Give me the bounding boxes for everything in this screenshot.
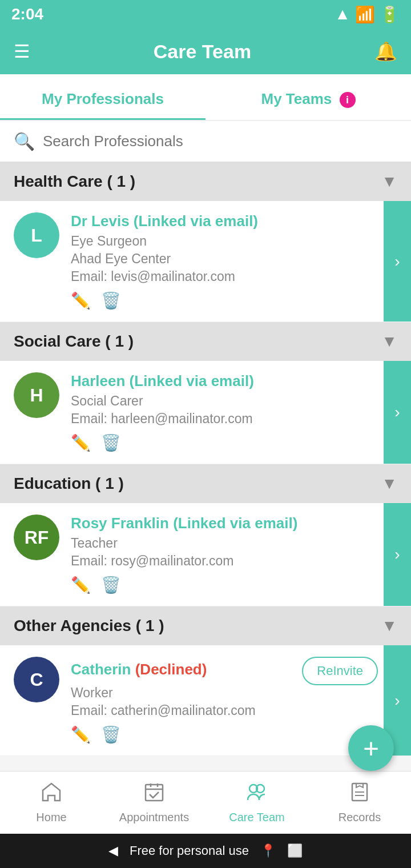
chevron-right-dr-levis: ›: [394, 252, 400, 271]
battery-icon: 🔋: [380, 5, 400, 24]
card-top-row-catherin: Catherin (Declined) ReInvite: [71, 657, 378, 685]
card-rosy-franklin: RF Rosy Franklin (Linked via email) Teac…: [0, 503, 411, 606]
fab-plus-icon: +: [363, 733, 379, 764]
section-social-care-title: Social Care ( 1 ): [14, 332, 134, 351]
nav-home-label: Home: [36, 811, 66, 824]
card-content-rosy-franklin: Rosy Franklin (Linked via email) Teacher…: [71, 515, 378, 594]
my-teams-badge: i: [340, 92, 356, 108]
nav-home[interactable]: Home: [0, 782, 103, 824]
watermark-location-icon: 📍: [260, 843, 276, 858]
search-icon: 🔍: [14, 131, 35, 151]
card-role-dr-levis: Eye Surgeon: [71, 234, 378, 249]
card-role-rosy-franklin: Teacher: [71, 536, 378, 551]
svg-rect-0: [146, 785, 163, 801]
status-bar: 2:04 ▲ 📶 🔋: [0, 0, 411, 29]
section-education-chevron: ▼: [381, 475, 397, 493]
delete-icon-rosy-franklin[interactable]: 🗑️: [101, 576, 121, 594]
card-email-rosy-franklin: Email: rosy@mailinator.com: [71, 553, 378, 569]
card-content-catherin: Catherin (Declined) ReInvite Worker Emai…: [71, 657, 378, 744]
care-team-icon: [247, 782, 267, 807]
tab-bar: My Professionals My Teams i: [0, 74, 411, 121]
records-icon: [349, 782, 370, 807]
watermark-arrow-left: ◀: [108, 843, 118, 858]
section-social-care[interactable]: Social Care ( 1 ) ▼: [0, 322, 411, 361]
watermark-text: Free for personal use: [130, 843, 249, 858]
search-bar: 🔍: [0, 121, 411, 162]
page-title: Care Team: [154, 41, 251, 63]
reinvite-button[interactable]: ReInvite: [302, 657, 378, 685]
chevron-right-catherin: ›: [394, 692, 400, 710]
section-health-care-title: Health Care ( 1 ): [14, 172, 135, 191]
card-right-harleen[interactable]: ›: [384, 361, 411, 464]
card-name-catherin: Catherin (Declined): [71, 661, 207, 678]
section-health-care-chevron: ▼: [381, 172, 397, 191]
status-icons: ▲ 📶 🔋: [335, 5, 400, 24]
card-email-catherin: Email: catherin@mailinator.com: [71, 703, 378, 718]
bottom-navigation: Home Appointments Care Team: [0, 771, 411, 834]
chevron-right-rosy-franklin: ›: [394, 545, 400, 564]
card-actions-harleen: ✏️ 🗑️: [71, 433, 378, 452]
card-right-rosy-franklin[interactable]: ›: [384, 503, 411, 606]
section-social-care-chevron: ▼: [381, 332, 397, 351]
delete-icon-harleen[interactable]: 🗑️: [101, 433, 121, 452]
card-email-harleen: Email: harleen@mailinator.com: [71, 411, 378, 427]
wifi-icon: ▲: [335, 5, 350, 23]
section-health-care[interactable]: Health Care ( 1 ) ▼: [0, 162, 411, 201]
section-other-agencies[interactable]: Other Agencies ( 1 ) ▼: [0, 606, 411, 645]
card-right-dr-levis[interactable]: ›: [384, 201, 411, 322]
hamburger-menu[interactable]: ☰: [14, 41, 30, 62]
card-role-harleen: Social Carer: [71, 393, 378, 409]
avatar-rosy-franklin: RF: [14, 515, 59, 560]
delete-icon-catherin[interactable]: 🗑️: [101, 725, 121, 744]
section-education-title: Education ( 1 ): [14, 475, 124, 493]
avatar-catherin: C: [14, 657, 59, 702]
delete-icon-dr-levis[interactable]: 🗑️: [101, 291, 121, 310]
declined-badge: (Declined): [135, 661, 207, 678]
app-header: ☰ Care Team 🔔: [0, 29, 411, 74]
chevron-right-harleen: ›: [394, 403, 400, 421]
card-dr-levis: L Dr Levis (Linked via email) Eye Surgeo…: [0, 201, 411, 322]
watermark-bar: ◀ Free for personal use 📍 ⬜: [0, 834, 411, 868]
avatar-dr-levis: L: [14, 212, 59, 258]
signal-icon: 📶: [355, 5, 375, 24]
card-name-dr-levis: Dr Levis (Linked via email): [71, 212, 378, 230]
tab-my-professionals[interactable]: My Professionals: [0, 74, 206, 120]
avatar-harleen: H: [14, 372, 59, 418]
watermark-square: ⬜: [287, 843, 303, 858]
card-content-harleen: Harleen (Linked via email) Social Carer …: [71, 372, 378, 452]
main-content: Health Care ( 1 ) ▼ L Dr Levis (Linked v…: [0, 162, 411, 856]
section-education[interactable]: Education ( 1 ) ▼: [0, 464, 411, 503]
card-name-harleen: Harleen (Linked via email): [71, 372, 378, 390]
nav-appointments-label: Appointments: [119, 811, 189, 824]
home-icon: [41, 782, 62, 807]
section-other-agencies-chevron: ▼: [381, 617, 397, 635]
card-actions-dr-levis: ✏️ 🗑️: [71, 291, 378, 310]
card-harleen: H Harleen (Linked via email) Social Care…: [0, 361, 411, 464]
nav-records[interactable]: Records: [308, 782, 411, 824]
card-actions-catherin: ✏️ 🗑️: [71, 725, 378, 744]
edit-icon-harleen[interactable]: ✏️: [71, 433, 91, 452]
card-name-rosy-franklin: Rosy Franklin (Linked via email): [71, 515, 378, 532]
card-actions-rosy-franklin: ✏️ 🗑️: [71, 576, 378, 594]
tab-my-teams[interactable]: My Teams i: [206, 74, 411, 120]
notification-icon[interactable]: 🔔: [374, 41, 397, 62]
edit-icon-dr-levis[interactable]: ✏️: [71, 291, 91, 310]
card-content-dr-levis: Dr Levis (Linked via email) Eye Surgeon …: [71, 212, 378, 310]
section-other-agencies-title: Other Agencies ( 1 ): [14, 617, 164, 635]
card-email-dr-levis: Email: levis@mailinator.com: [71, 269, 378, 284]
add-professional-fab[interactable]: +: [348, 725, 394, 771]
nav-care-team[interactable]: Care Team: [206, 782, 308, 824]
card-org-dr-levis: Ahad Eye Center: [71, 251, 378, 267]
appointments-icon: [144, 782, 164, 807]
search-input[interactable]: [43, 132, 397, 150]
card-role-catherin: Worker: [71, 685, 378, 701]
nav-records-label: Records: [339, 811, 381, 824]
nav-care-team-label: Care Team: [229, 811, 284, 824]
status-time: 2:04: [11, 5, 43, 23]
edit-icon-catherin[interactable]: ✏️: [71, 725, 91, 744]
edit-icon-rosy-franklin[interactable]: ✏️: [71, 576, 91, 594]
nav-appointments[interactable]: Appointments: [103, 782, 206, 824]
